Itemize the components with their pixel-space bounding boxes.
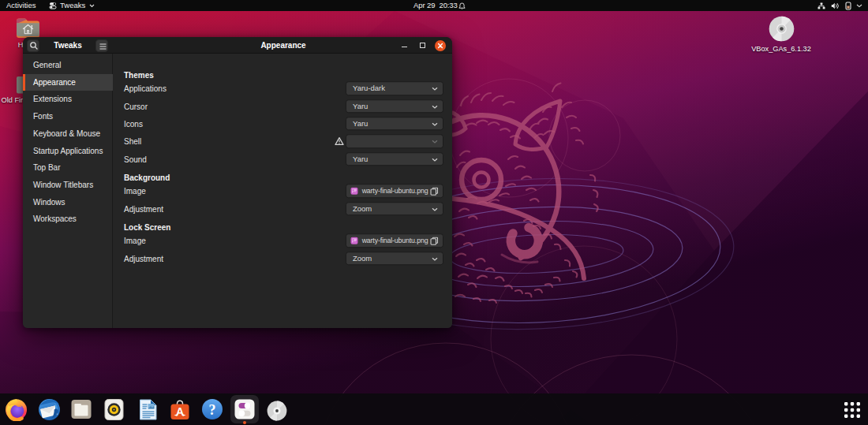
svg-text:?: ?: [209, 401, 216, 417]
